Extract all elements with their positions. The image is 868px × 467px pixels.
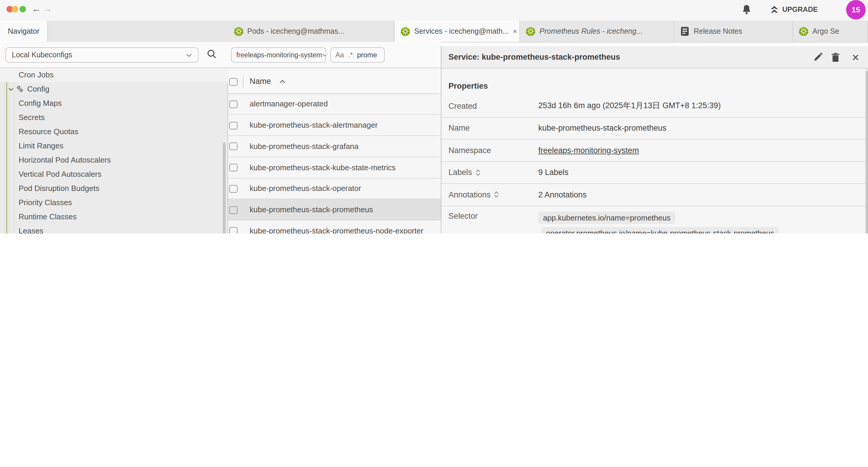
sidebar-item-config[interactable]: Config	[0, 82, 228, 96]
sidebar-item-secrets[interactable]: Secrets	[0, 110, 228, 124]
row-checkbox[interactable]	[229, 185, 237, 193]
row-checkbox[interactable]	[229, 100, 237, 108]
sidebar-item-config-maps[interactable]: Config Maps	[0, 96, 228, 110]
sidebar-item-vertical-pod-autoscalers[interactable]: Vertical Pod Autoscalers	[0, 167, 228, 181]
delete-trash-icon[interactable]	[830, 52, 841, 63]
service-name: kube-prometheus-stack-prometheus	[250, 205, 373, 214]
property-row-annotations: Annotations 2 Annotations	[441, 184, 866, 206]
table-row[interactable]: kube-prometheus-stack-operator	[228, 178, 441, 200]
app-window: ← → UPGRADE 15 Navigator Pods - icecheng…	[0, 0, 868, 233]
sidebar-item-label: Limit Ranges	[19, 141, 64, 150]
sidebar-item-label: Vertical Pod Autoscalers	[19, 170, 101, 178]
sidebar-item-label: Resource Quotas	[19, 127, 78, 136]
gears-icon	[16, 85, 24, 93]
regex-icon[interactable]: .*	[348, 51, 353, 59]
tab-argo[interactable]: Argo Se	[793, 20, 868, 42]
services-panel: freeleaps-monitoring-system Aa .* prome …	[228, 42, 441, 233]
name-column-header[interactable]: Name	[250, 69, 285, 93]
sidebar-item-label: Horizontal Pod Autoscalers	[19, 155, 111, 164]
upgrade-button[interactable]: UPGRADE	[770, 5, 818, 14]
match-case-icon[interactable]: Aa	[335, 51, 344, 59]
row-checkbox[interactable]	[229, 143, 237, 150]
row-checkbox[interactable]	[229, 121, 237, 129]
expand-updown-icon[interactable]	[476, 169, 480, 176]
document-icon	[680, 27, 689, 36]
resource-search-input[interactable]: Aa .* prome	[330, 47, 384, 63]
search-icon[interactable]	[207, 49, 217, 59]
drawer-scrollbar-thumb[interactable]	[865, 71, 868, 233]
edit-pencil-icon[interactable]	[812, 52, 824, 63]
expand-updown-icon[interactable]	[494, 191, 499, 198]
labels-count-value[interactable]: 9 Labels	[538, 168, 568, 177]
tab-strip: Navigator Pods - icecheng@mathmas...Serv…	[0, 20, 868, 42]
close-icon[interactable]: ✕	[850, 52, 862, 63]
tab-release[interactable]: Release Notes	[674, 20, 793, 42]
notification-count-badge[interactable]: 15	[846, 0, 866, 20]
tab-navigator[interactable]: Navigator	[0, 20, 48, 42]
filter-row: freeleaps-monitoring-system Aa .* prome	[228, 42, 441, 68]
selector-chip: operator.prometheus.io/name=kube-prometh…	[541, 227, 779, 233]
service-details-drawer: Service: kube-prometheus-stack-prometheu…	[441, 46, 868, 233]
sidebar-item-priority-classes[interactable]: Priority Classes	[0, 195, 228, 209]
tab-label: Pods - icecheng@mathmas...	[247, 27, 344, 35]
property-row-created: Created 253d 16h 6m ago (2025年1月13日 GMT+…	[441, 95, 866, 117]
maximize-window-button[interactable]	[19, 6, 26, 12]
property-row-name: Name kube-prometheus-stack-prometheus	[441, 117, 866, 140]
table-row[interactable]: kube-prometheus-stack-prometheus-node-ex…	[228, 221, 441, 233]
kubeconfig-selected-value: Local Kubeconfigs	[12, 51, 72, 59]
minimize-window-button[interactable]	[12, 6, 18, 12]
tab-prometheus[interactable]: Prometheus Rules - icecheng...	[520, 20, 674, 42]
kubeconfig-row: Local Kubeconfigs	[0, 42, 228, 68]
table-row[interactable]: alertmanager-operated	[228, 94, 441, 115]
name-column-label: Name	[250, 77, 271, 86]
row-checkbox[interactable]	[229, 206, 237, 214]
sidebar-item-label: Pod Disruption Budgets	[19, 184, 99, 193]
drawer-title: Service: kube-prometheus-stack-prometheu…	[448, 53, 620, 61]
annotations-count-value[interactable]: 2 Annotations	[538, 191, 587, 199]
selector-chip: app.kubernetes.io/name=prometheus	[538, 211, 675, 224]
namespace-select[interactable]: freeleaps-monitoring-system	[231, 47, 326, 63]
created-value: 253d 16h 6m ago (2025年1月13日 GMT+8 1:25:3…	[538, 101, 721, 111]
service-name: kube-prometheus-stack-grafana	[250, 142, 359, 151]
sidebar-item-horizontal-pod-autoscalers[interactable]: Horizontal Pod Autoscalers	[0, 153, 228, 167]
namespace-link[interactable]: freeleaps-monitoring-system	[538, 146, 639, 155]
sort-ascending-icon	[279, 80, 285, 83]
chevron-down-icon	[322, 53, 326, 57]
drawer-header: Service: kube-prometheus-stack-prometheu…	[441, 46, 868, 68]
sidebar-item-pod-disruption-budgets[interactable]: Pod Disruption Budgets	[0, 181, 228, 195]
kubernetes-icon	[234, 27, 243, 36]
row-checkbox[interactable]	[229, 164, 237, 171]
table-row[interactable]: kube-prometheus-stack-alertmanager	[228, 115, 441, 136]
notifications-bell-icon[interactable]	[742, 4, 752, 15]
tab-pods[interactable]: Pods - icecheng@mathmas...	[228, 20, 395, 42]
kubeconfig-select[interactable]: Local Kubeconfigs	[5, 47, 198, 63]
kubernetes-icon	[526, 27, 535, 36]
name-value: kube-prometheus-stack-prometheus	[538, 124, 666, 133]
table-row[interactable]: kube-prometheus-stack-kube-state-metrics	[228, 157, 441, 178]
sidebar-item-resource-quotas[interactable]: Resource Quotas	[0, 124, 228, 139]
close-icon[interactable]: ×	[513, 27, 517, 35]
sidebar-item-leases[interactable]: Leases	[0, 224, 228, 233]
service-name: kube-prometheus-stack-alertmanager	[250, 121, 378, 129]
table-header: Name	[228, 69, 441, 94]
resource-nav-list: Cron JobsConfigConfig MapsSecretsResourc…	[0, 68, 228, 233]
table-row[interactable]: kube-prometheus-stack-grafana	[228, 136, 441, 157]
back-arrow-icon[interactable]: ←	[32, 4, 41, 13]
sidebar-item-runtime-classes[interactable]: Runtime Classes	[0, 209, 228, 224]
forward-arrow-icon[interactable]: →	[43, 4, 52, 13]
table-row[interactable]: kube-prometheus-stack-prometheus	[228, 200, 441, 221]
select-all-checkbox[interactable]	[229, 78, 237, 85]
sidebar-item-label: Cron Jobs	[19, 70, 54, 79]
row-checkbox[interactable]	[229, 227, 237, 233]
sidebar-item-limit-ranges[interactable]: Limit Ranges	[0, 139, 228, 153]
chevron-down-icon[interactable]	[8, 87, 14, 91]
kubernetes-icon	[401, 27, 410, 36]
tab-services[interactable]: Services - icecheng@math...×	[395, 20, 520, 42]
service-name: alertmanager-operated	[250, 99, 328, 109]
sidebar-item-label: Runtime Classes	[19, 212, 77, 221]
sidebar-scrollbar[interactable]	[223, 143, 226, 233]
namespace-selected-value: freeleaps-monitoring-system	[236, 52, 322, 59]
tab-label: Services - icecheng@math...	[414, 27, 509, 35]
sidebar-item-cron-jobs[interactable]: Cron Jobs	[0, 68, 228, 82]
property-row-selector: Selector app.kubernetes.io/name=promethe…	[441, 206, 866, 233]
